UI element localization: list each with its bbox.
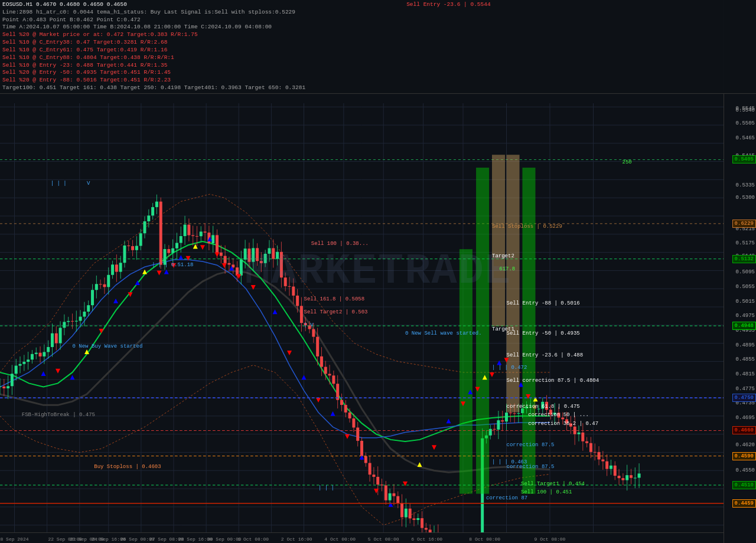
sell-pct1: Sell %20 @ Market price or at: 0.472 Tar…: [2, 31, 198, 38]
price-label: 0.4695: [736, 415, 755, 421]
time-label: 2 Oct 16:00: [281, 537, 312, 542]
sell-pct2: Sell %10 @ C_Entry38: 0.47 Target:0.3281…: [2, 39, 167, 45]
chart-container: MARKETRADE EOSUSD.H1 0.4670 0.4680 0.465…: [0, 0, 756, 543]
price-label-box: 0.6229: [732, 220, 756, 228]
time-axis: 8 Sep 202422 Sep 08:0023 Sep 08:0024 Sep…: [0, 532, 724, 543]
price-label: 0.5540: [736, 107, 755, 113]
sell-entry-header: Sell Entry -23.6 | 0.5544: [406, 1, 491, 8]
time-label: 1 Oct 08:00: [237, 537, 269, 542]
price-label-box: 0.4750: [732, 394, 756, 402]
sell-pct5: Sell %10 @ Entry -23: 0.488 Target:0.441…: [2, 62, 167, 68]
price-label: 0.4895: [736, 342, 755, 348]
time-label: 5 Oct 08:00: [368, 537, 399, 542]
time-label: 8 Sep 2024: [0, 537, 28, 542]
price-label: 0.4620: [736, 442, 755, 448]
price-label: 0.5175: [736, 240, 755, 246]
price-label-box: 0.4510: [732, 481, 756, 489]
info-line-2: Point A:0.483 Point B:0.462 Point C:0.47…: [2, 17, 754, 24]
sell-pct3: Sell %10 @ C_Entry61: 0.475 Target:0.419…: [2, 47, 167, 53]
info-line-3: Time A:2024.10.07 05:00:00 Time B:2024.1…: [2, 24, 754, 31]
time-label: 9 Oct 08:00: [535, 537, 566, 542]
price-label: 0.4775: [736, 386, 755, 392]
price-label: 0.5335: [736, 182, 755, 188]
time-label: 30 Sep 00:00: [207, 537, 242, 542]
price-label: 0.5015: [736, 299, 755, 305]
price-label: 0.4975: [736, 313, 755, 319]
info-line-1: Line:2898 h1_atr_c0: 0.0044 tema_h1_stat…: [2, 9, 754, 17]
sell-pct6: Sell %20 @ Entry -50: 0.4935 Target:0.45…: [2, 69, 171, 76]
price-label: 0.5095: [736, 269, 755, 275]
price-label-box: 0.5132: [732, 255, 756, 263]
price-label: 0.4855: [736, 356, 755, 362]
price-label: 0.4815: [736, 371, 755, 377]
sell-pct7: Sell %20 @ Entry -88: 0.5016 Target:0.45…: [2, 77, 171, 83]
price-label: 0.5300: [736, 195, 755, 201]
price-label: 0.5055: [736, 284, 755, 290]
price-label: 0.5505: [736, 120, 755, 126]
top-bar: EOSUSD.H1 0.4670 0.4680 0.4650 0.4650 Se…: [0, 0, 756, 94]
time-label: 8 Oct 00:00: [469, 537, 500, 542]
sell-pct4: Sell %10 @ C_Entry88: 0.4804 Target:0.43…: [2, 54, 174, 61]
symbol-price: EOSUSD.H1 0.4670 0.4680 0.4650 0.4650: [2, 1, 127, 8]
price-label-box: 0.4590: [732, 452, 756, 460]
price-label-box: 0.4660: [732, 426, 756, 434]
price-label-box: 0.4948: [732, 322, 756, 330]
time-label: 6 Oct 16:00: [411, 537, 442, 542]
price-label: 0.5465: [736, 135, 755, 141]
price-label: 0.4550: [736, 467, 755, 473]
price-label-box: 0.4459: [732, 499, 756, 508]
time-label: 4 Oct 00:00: [324, 537, 356, 542]
target-line: Target100: 0.451 Target 161: 0.438 Targe…: [2, 84, 754, 92]
price-label-box: 0.5405: [732, 155, 756, 163]
